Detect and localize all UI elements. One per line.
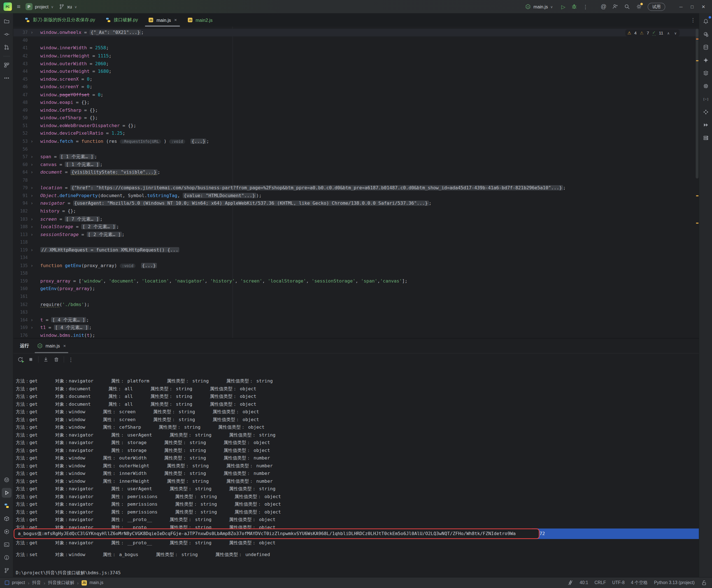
trial-badge[interactable]: 试用 — [648, 2, 666, 10]
code-line[interactable]: 48window.eoapi = {}; — [13, 99, 699, 106]
code-line[interactable]: 118 — [13, 238, 699, 246]
code-line[interactable]: 40 — [13, 36, 699, 44]
fold-arrow-icon[interactable]: › — [28, 262, 36, 270]
editor-tab[interactable]: 影刀-新版的拆分且分表保存.py — [19, 14, 100, 27]
code-line[interactable]: 43window.outerWidth = 2060; — [13, 60, 699, 67]
editor-tab[interactable]: JSmain.js✕ — [143, 14, 182, 27]
fold-arrow-icon[interactable]: › — [28, 316, 36, 324]
sidebar-item-commit[interactable] — [2, 29, 12, 39]
code-line[interactable]: 108›localStorage = [ 2 个元素… ]; — [13, 223, 699, 231]
sidebar-item-database[interactable] — [701, 42, 711, 52]
code-line[interactable]: 51window.eoWebBrowserDispatcher = {}; — [13, 122, 699, 130]
unlock-icon[interactable] — [701, 580, 708, 586]
code-line[interactable]: 94›navigator = {userAgent: "Mozilla/5.0 … — [13, 200, 699, 208]
power-save-icon[interactable] — [567, 580, 573, 586]
sidebar-item-python-packages[interactable] — [2, 514, 12, 524]
close-button[interactable]: ✕ — [698, 4, 709, 9]
breadcrumb-item[interactable]: 抖音接口破解 — [48, 580, 75, 586]
console-options-icon[interactable]: ⋮ — [68, 357, 74, 362]
code-line[interactable]: 162require('./bdms'); — [13, 300, 699, 308]
fold-arrow-icon[interactable]: › — [28, 324, 36, 332]
sidebar-item-services[interactable] — [2, 527, 12, 537]
clear-console-icon[interactable] — [53, 356, 60, 363]
code-line[interactable]: 79›location = {"href": "https://compass.… — [13, 184, 699, 192]
run-button[interactable]: ▷ — [561, 4, 565, 9]
code-line[interactable]: 113›sessionStorage = [ 2 个元素… ]; — [13, 231, 699, 238]
prev-problem-icon[interactable]: ∧ — [666, 31, 670, 35]
code-line[interactable]: 56 — [13, 145, 699, 153]
code-line[interactable]: 44window.outerHeight = 1680; — [13, 67, 699, 75]
code-line[interactable]: 164›t = [ 4 个元素… ]; — [13, 316, 699, 324]
sidebar-item-git-branch[interactable] — [2, 566, 12, 575]
fold-arrow-icon[interactable]: › — [28, 215, 36, 223]
code-line[interactable]: 176window.bdms.init(t); — [13, 332, 699, 338]
settings-gear-icon[interactable] — [636, 4, 642, 10]
sidebar-item-pull-request[interactable] — [2, 42, 12, 52]
code-line[interactable]: 119›// XMLHttpRequest = function XMLHttp… — [13, 246, 699, 254]
console-output[interactable]: 方法：get对象：navigator属性： platform属性类型： stri… — [13, 365, 712, 578]
fold-arrow-icon[interactable]: › — [28, 223, 36, 231]
breadcrumb-item[interactable]: project — [12, 581, 25, 586]
close-run-tab-icon[interactable]: ✕ — [63, 344, 66, 348]
next-problem-icon[interactable]: ∨ — [674, 31, 677, 35]
indent-setting[interactable]: 4 个空格 — [631, 580, 648, 586]
sidebar-item-layers[interactable] — [701, 68, 711, 78]
sidebar-item-more[interactable] — [2, 73, 12, 83]
fold-arrow-icon[interactable]: › — [28, 153, 36, 161]
fold-arrow-icon[interactable]: › — [28, 192, 36, 200]
run-tab-mainjs[interactable]: JS main.js ✕ — [33, 338, 70, 353]
code-line[interactable]: 49window.CefSharp = {}; — [13, 106, 699, 114]
sidebar-item-terminal[interactable] — [2, 540, 12, 550]
code-line[interactable]: 46window.screenY = 0; — [13, 83, 699, 91]
sidebar-item-notifications[interactable] — [701, 17, 711, 26]
main-menu-icon[interactable]: ≡ — [17, 4, 20, 10]
sidebar-item-regex-brackets[interactable]: [⋆] — [701, 94, 711, 104]
fold-arrow-icon[interactable]: › — [28, 246, 36, 254]
sidebar-item-run[interactable] — [2, 488, 12, 498]
breadcrumb[interactable]: project›抖音›抖音接口破解›JSmain.js — [5, 580, 103, 586]
fold-arrow-icon[interactable]: › — [28, 138, 36, 145]
code-line[interactable]: 169›t1 = [ 4 个元素… ]; — [13, 324, 699, 332]
code-line[interactable]: 161 — [13, 293, 699, 300]
line-separator[interactable]: CRLF — [594, 581, 606, 586]
sidebar-item-hugging-face[interactable] — [2, 475, 12, 485]
code-line[interactable]: 52window.devicePixelRatio = 1.25; — [13, 130, 699, 138]
add-user-icon[interactable] — [612, 4, 618, 10]
code-line[interactable]: 91›Object.defineProperty(document, Symbo… — [13, 192, 699, 200]
breadcrumb-item[interactable]: main.js — [89, 581, 103, 586]
editor-scrollbar[interactable] — [696, 29, 698, 178]
search-everywhere-icon[interactable] — [624, 4, 630, 10]
code-line[interactable]: 42window.innerHeight = 1115; — [13, 52, 699, 60]
code-editor[interactable]: 37›window.onwheelx = {"_Ax": "0X21"...};… — [13, 27, 699, 338]
sidebar-item-server[interactable] — [701, 133, 711, 143]
close-tab-icon[interactable]: ✕ — [174, 18, 177, 22]
editor-tab[interactable]: JSmain2.js — [182, 14, 217, 27]
ai-assistant-icon[interactable]: @ — [601, 4, 606, 9]
fold-arrow-icon[interactable]: › — [28, 29, 36, 37]
code-line[interactable]: 37›window.onwheelx = {"_Ax": "0X21"...}; — [13, 29, 699, 37]
stop-button[interactable] — [28, 356, 34, 363]
code-line[interactable]: 57›span = [ 1 个元素… ]; — [13, 153, 699, 161]
tab-options-icon[interactable]: ⋮ — [687, 17, 699, 23]
sidebar-item-folder[interactable] — [2, 17, 12, 26]
caret-position[interactable]: 40:1 — [579, 581, 588, 586]
code-line[interactable]: 102history = {}; — [13, 207, 699, 215]
code-line[interactable]: 50window.cefSharp = {}; — [13, 114, 699, 122]
sidebar-item-plugins-diamonds[interactable] — [701, 107, 711, 117]
code-line[interactable]: 45window.screenX = 0; — [13, 75, 699, 83]
sidebar-item-problems[interactable] — [2, 553, 12, 563]
fold-arrow-icon[interactable]: › — [28, 200, 36, 208]
minimize-button[interactable]: ─ — [676, 4, 687, 9]
maximize-button[interactable]: □ — [687, 4, 698, 9]
code-line[interactable]: 134 — [13, 254, 699, 262]
sidebar-item-sparkle[interactable] — [701, 56, 711, 65]
code-line[interactable]: 159proxy_array = ['window', 'document', … — [13, 277, 699, 285]
code-line[interactable]: 103›screen = [ 7 个元素… ]; — [13, 215, 699, 223]
editor-tab[interactable]: 接口破解.py — [100, 14, 143, 27]
code-line[interactable]: 163 — [13, 308, 699, 316]
sidebar-item-cpu-chip[interactable] — [701, 81, 711, 91]
interpreter[interactable]: Python 3.13 (project) — [654, 581, 695, 586]
breadcrumb-item[interactable]: 抖音 — [32, 580, 41, 586]
vcs-branch-widget[interactable]: xu ∨ — [59, 4, 77, 10]
code-line[interactable]: 64›document = {visibilityState: "visible… — [13, 169, 699, 176]
